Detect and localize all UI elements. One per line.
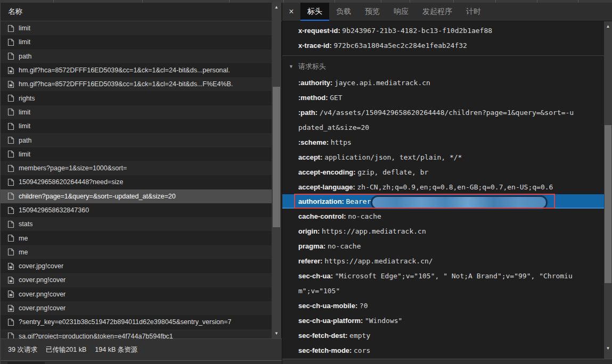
scroll-up-icon[interactable]: ▲ (604, 23, 612, 30)
header-row[interactable]: accept-language: zh-CN,zh;q=0.9,en;q=0.8… (282, 179, 604, 194)
network-status-bar: 39 次请求 已传输201 kB 194 kB 条资源 (1, 338, 282, 360)
header-row[interactable]: :scheme: https (282, 135, 604, 150)
header-name: :path: (298, 109, 320, 117)
document-icon (7, 192, 14, 200)
image-document-icon (7, 67, 14, 75)
redacted-token-blur (371, 195, 548, 210)
header-row[interactable]: sec-fetch-mode: cors (282, 343, 604, 358)
request-name: limit (19, 122, 30, 130)
request-name: 1509429658632847360 (19, 206, 89, 214)
left-scrollbar[interactable]: ▲ ▼ (272, 3, 281, 338)
network-request-row[interactable]: path (1, 49, 272, 63)
network-request-row[interactable]: limit (1, 21, 272, 35)
header-value: empty (349, 332, 370, 340)
image-document-icon (7, 262, 14, 270)
network-request-row[interactable]: members?page=1&size=1000&sort= (1, 161, 272, 175)
panel-bottom-edge (282, 359, 612, 364)
tab-item[interactable]: 计时 (459, 3, 488, 21)
network-request-row[interactable]: hm.gif?hca=8572DFFF16ED5039&cc=1&ck=1&cl… (1, 77, 272, 91)
network-request-row[interactable]: limit (1, 35, 272, 49)
collapse-triangle-icon[interactable]: ▼ (289, 64, 293, 69)
header-row[interactable]: :authority: jayce.api.mediatrack.cn (282, 75, 604, 90)
network-request-row[interactable]: hm.gif?hca=8572DFFF16ED5039&cc=1&ck=1&cl… (1, 63, 272, 77)
document-icon (7, 24, 14, 32)
request-list-panel: 名称 limitlimitpathhm.gif?hca=8572DFFF16ED… (0, 3, 281, 364)
header-row[interactable]: pragma: no-cache (282, 238, 604, 253)
column-header-name[interactable]: 名称 (1, 3, 282, 21)
header-name: sec-ch-ua: (298, 272, 335, 280)
scroll-down-icon[interactable]: ▼ (272, 330, 281, 337)
header-row[interactable]: x-request-id: 9b243967-21b3-4182-bc13-f1… (282, 23, 604, 38)
requests-count: 39 次请求 (8, 345, 37, 354)
scrollbar-thumb[interactable] (605, 125, 611, 283)
header-value: "Windows" (365, 317, 402, 325)
header-row[interactable]: accept: application/json, text/plain, */… (282, 150, 604, 164)
close-icon[interactable]: × (282, 3, 300, 21)
network-request-row[interactable]: cover.png!cover (1, 287, 272, 301)
request-name: cover.png!cover (19, 276, 66, 284)
network-request-row[interactable]: cover.png!cover (1, 273, 272, 287)
tab-item[interactable]: 发起程序 (415, 3, 459, 21)
tab-item[interactable]: 响应 (387, 3, 415, 21)
tab-item[interactable]: 预览 (358, 3, 387, 21)
header-name: pragma: (298, 242, 328, 250)
scroll-down-icon[interactable]: ▼ (604, 345, 612, 352)
network-request-row[interactable]: rights (1, 91, 272, 105)
request-name: limit (19, 151, 30, 158)
header-value: 972bc63a1804a5ec2c284e1feab24f32 (333, 42, 467, 49)
network-request-row[interactable]: me (1, 245, 272, 259)
header-row[interactable]: sec-fetch-dest: empty (282, 328, 604, 343)
request-list: limitlimitpathhm.gif?hca=8572DFFF16ED503… (1, 21, 272, 338)
document-icon (7, 332, 14, 338)
header-value: no-cache (348, 212, 381, 220)
transferred-size: 已传输201 kB (46, 345, 86, 354)
scroll-up-icon[interactable]: ▲ (272, 4, 281, 11)
request-name: cover.jpg!cover (19, 262, 63, 270)
header-name: :authority: (298, 79, 334, 87)
tab-item[interactable]: 负载 (329, 3, 358, 21)
right-scrollbar[interactable]: ▲ ▼ (604, 21, 612, 359)
network-request-row[interactable]: 1509429658632847360 (1, 203, 272, 217)
header-row[interactable]: origin: https://app.mediatrack.cn (282, 224, 604, 238)
network-request-row[interactable]: limit (1, 147, 272, 161)
network-request-row[interactable]: cover.jpg!cover (1, 259, 272, 273)
header-row-authorization[interactable]: authorization: Bearer (282, 194, 604, 209)
header-value: jayce.api.mediatrack.cn (334, 79, 430, 87)
scrollbar-thumb[interactable] (273, 87, 280, 227)
header-row[interactable]: sec-ch-ua-mobile: ?0 (282, 298, 604, 313)
document-icon (7, 178, 14, 186)
network-request-row[interactable]: limit (1, 119, 272, 133)
document-icon (7, 52, 14, 60)
document-icon (7, 248, 14, 256)
header-value: GET (330, 94, 342, 102)
header-row[interactable]: :method: GET (282, 90, 604, 105)
drawer-partial-button (7, 362, 45, 364)
network-request-row[interactable]: 1509429658620264448?need=size (1, 175, 272, 189)
headers-content: x-request-id: 9b243967-21b3-4182-bc13-f1… (282, 21, 604, 359)
header-row[interactable]: accept-encoding: gzip, deflate, br (282, 164, 604, 179)
request-headers-section-header[interactable]: ▼请求标头 (282, 56, 604, 75)
request-name: me (19, 249, 28, 256)
header-row[interactable]: cache-control: no-cache (282, 209, 604, 224)
header-row[interactable]: x-trace-id: 972bc63a1804a5ec2c284e1feab2… (282, 38, 604, 53)
request-name: path (19, 137, 31, 144)
network-request-row[interactable]: path (1, 133, 272, 147)
header-value: Bearer (346, 197, 371, 205)
header-name: authorization: (298, 197, 346, 205)
header-row[interactable]: sec-ch-ua-platform: "Windows" (282, 313, 604, 328)
header-name: accept: (298, 153, 324, 161)
document-icon (7, 94, 14, 102)
network-request-row[interactable]: me (1, 231, 272, 245)
network-request-row[interactable]: children?page=1&query=&sort=-updated_at&… (1, 189, 272, 203)
network-request-row[interactable]: limit (1, 105, 272, 119)
header-name: origin: (298, 227, 322, 235)
document-icon (7, 122, 14, 130)
header-row[interactable]: referer: https://app.mediatrack.cn/ (282, 253, 604, 268)
network-request-row[interactable]: ?sentry_key=e0231b38c519472b894011d62e39… (1, 315, 272, 329)
network-request-row[interactable]: sa.gif?project=production&token=e4f744a7… (1, 329, 272, 338)
network-request-row[interactable]: stats (1, 217, 272, 231)
network-request-row[interactable]: cover.png!cover (1, 301, 272, 315)
tab-headers-selected[interactable]: 标头 (300, 3, 329, 21)
header-row[interactable]: :path: /v4/assets/1509429658620264448/ch… (282, 105, 604, 135)
header-row[interactable]: sec-ch-ua: "Microsoft Edge";v="105", " N… (282, 268, 604, 298)
